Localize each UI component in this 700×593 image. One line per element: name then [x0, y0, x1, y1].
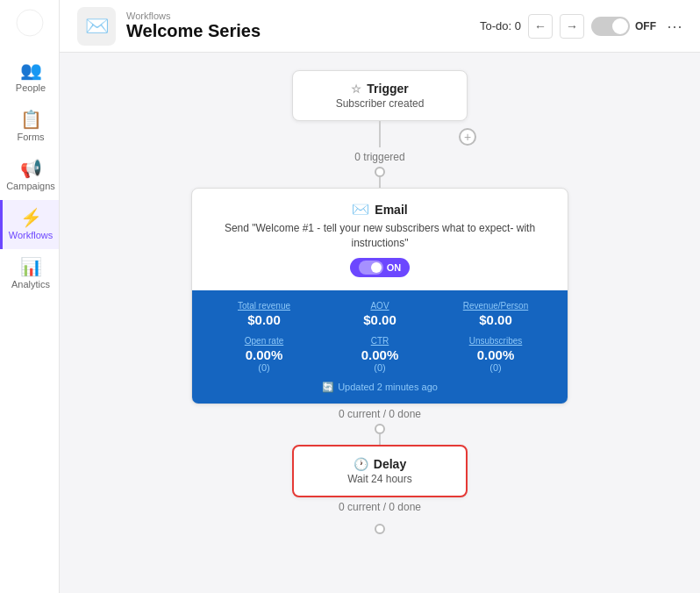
breadcrumb: Workflows — [126, 11, 469, 21]
star-icon: ☆ — [351, 82, 361, 96]
workflow-column: ☆ Trigger Subscriber created + 0 trigger… — [161, 70, 599, 575]
people-icon: 👥 — [20, 61, 42, 79]
workflow-icon: ✉️ — [85, 15, 109, 38]
toggle-label: OFF — [635, 20, 656, 32]
stat-revenue-person: Revenue/Person $0.00 — [438, 301, 554, 327]
stat-aov-value: $0.00 — [322, 312, 438, 327]
sidebar-item-people[interactable]: 👥 People — [0, 53, 59, 102]
campaigns-icon: 📢 — [20, 160, 42, 177]
stat-aov: AOV $0.00 — [322, 301, 438, 327]
header-title-group: Workflows Welcome Series — [126, 11, 469, 41]
stat-unsubscribes-label: Unsubscribes — [438, 336, 554, 346]
connector-dot-3 — [375, 524, 385, 534]
delay-header: 🕐 Delay — [311, 457, 448, 471]
redo-button[interactable]: → — [560, 14, 584, 39]
email-toggle-label: ON — [387, 262, 402, 273]
workflow-icon-box: ✉️ — [77, 7, 116, 46]
analytics-icon: 📊 — [20, 258, 42, 275]
todo-count: To-do: 0 — [480, 19, 521, 32]
sidebar-label-analytics: Analytics — [11, 279, 50, 289]
stat-unsubscribes-count: (0) — [438, 362, 554, 373]
stat-total-revenue: Total revenue $0.00 — [206, 301, 322, 327]
stat-total-revenue-label: Total revenue — [206, 301, 322, 311]
stat-revenue-person-value: $0.00 — [438, 312, 554, 327]
sidebar-label-workflows: Workflows — [9, 230, 54, 240]
email-toggle[interactable]: ON — [350, 258, 411, 277]
sidebar-label-people: People — [16, 82, 46, 93]
stat-unsubscribes: Unsubscribes 0.00% (0) — [438, 336, 554, 373]
toggle-track[interactable] — [591, 17, 630, 36]
trigger-node[interactable]: ☆ Trigger Subscriber created — [292, 70, 468, 121]
email-toggle-track — [359, 261, 383, 275]
stats-row-2: Open rate 0.00% (0) CTR 0.00% (0) Unsubs… — [206, 336, 554, 373]
email-node-top: ✉️ Email Send "Welcome #1 - tell your ne… — [192, 189, 568, 290]
email-current-done: 0 current / 0 done — [339, 408, 421, 420]
stats-row-1: Total revenue $0.00 AOV $0.00 Revenue/Pe… — [206, 301, 554, 327]
stat-revenue-person-label: Revenue/Person — [438, 301, 554, 311]
sidebar-item-workflows[interactable]: ⚡ Workflows — [0, 200, 59, 249]
stat-ctr-count: (0) — [322, 362, 438, 373]
connector-line-1 — [379, 177, 381, 188]
toggle-knob — [612, 18, 628, 34]
trigger-header: ☆ Trigger — [311, 82, 449, 96]
sidebar-item-campaigns[interactable]: 📢 Campaigns — [0, 151, 59, 200]
triggered-count: 0 triggered — [354, 151, 404, 163]
sidebar-item-analytics[interactable]: 📊 Analytics — [0, 249, 59, 298]
email-node[interactable]: ✉️ Email Send "Welcome #1 - tell your ne… — [191, 188, 568, 404]
connector-dot-1 — [375, 167, 385, 177]
forms-icon: 📋 — [20, 111, 42, 128]
connector-dot-2 — [375, 424, 385, 434]
stats-updated: 🔄 Updated 2 minutes ago — [206, 382, 554, 393]
stat-ctr: CTR 0.00% (0) — [322, 336, 438, 373]
stat-open-rate-value: 0.00% — [206, 347, 322, 362]
stat-aov-label: AOV — [322, 301, 438, 311]
email-label: Email — [375, 203, 407, 217]
sidebar: 🤖 👥 People 📋 Forms 📢 Campaigns ⚡ Workflo… — [0, 0, 60, 593]
sidebar-label-campaigns: Campaigns — [6, 181, 55, 191]
undo-button[interactable]: ← — [528, 14, 553, 39]
stat-ctr-label: CTR — [322, 336, 438, 346]
stat-total-revenue-value: $0.00 — [206, 312, 322, 327]
workflow-canvas: ☆ Trigger Subscriber created + 0 trigger… — [60, 53, 700, 593]
email-description: Send "Welcome #1 - tell your new subscri… — [206, 221, 554, 251]
sidebar-label-forms: Forms — [17, 132, 44, 142]
stat-open-rate-count: (0) — [206, 362, 322, 373]
email-icon: ✉️ — [352, 201, 369, 218]
page-title: Welcome Series — [126, 21, 469, 41]
app-logo: 🤖 — [14, 7, 46, 39]
stats-updated-text: Updated 2 minutes ago — [338, 382, 438, 392]
more-options-button[interactable]: ⋯ — [667, 17, 682, 36]
main-area: ✉️ Workflows Welcome Series To-do: 0 ← →… — [60, 0, 700, 593]
email-node-header: ✉️ Email — [206, 201, 554, 218]
delay-label: Delay — [374, 457, 406, 471]
header: ✉️ Workflows Welcome Series To-do: 0 ← →… — [60, 0, 700, 53]
svg-point-0 — [17, 10, 43, 36]
add-step-button[interactable]: + — [459, 128, 476, 146]
trigger-sub: Subscriber created — [311, 97, 449, 110]
clock-icon: 🕐 — [354, 457, 368, 471]
delay-node[interactable]: 🕐 Delay Wait 24 hours — [292, 445, 468, 497]
delay-current-done: 0 current / 0 done — [339, 501, 421, 513]
stats-panel: Total revenue $0.00 AOV $0.00 Revenue/Pe… — [192, 290, 568, 404]
refresh-icon: 🔄 — [322, 382, 334, 393]
stat-unsubscribes-value: 0.00% — [438, 347, 554, 362]
connector-line-2 — [379, 434, 381, 445]
delay-sub: Wait 24 hours — [311, 473, 448, 485]
email-toggle-knob — [371, 262, 382, 273]
stat-open-rate: Open rate 0.00% (0) — [206, 336, 322, 373]
stat-ctr-value: 0.00% — [322, 347, 438, 362]
stat-open-rate-label: Open rate — [206, 336, 322, 346]
trigger-label: Trigger — [367, 82, 408, 96]
workflow-toggle[interactable]: OFF — [591, 17, 656, 36]
workflows-icon: ⚡ — [20, 209, 42, 226]
sidebar-item-forms[interactable]: 📋 Forms — [0, 102, 59, 151]
header-actions: To-do: 0 ← → OFF ⋯ — [480, 14, 682, 39]
